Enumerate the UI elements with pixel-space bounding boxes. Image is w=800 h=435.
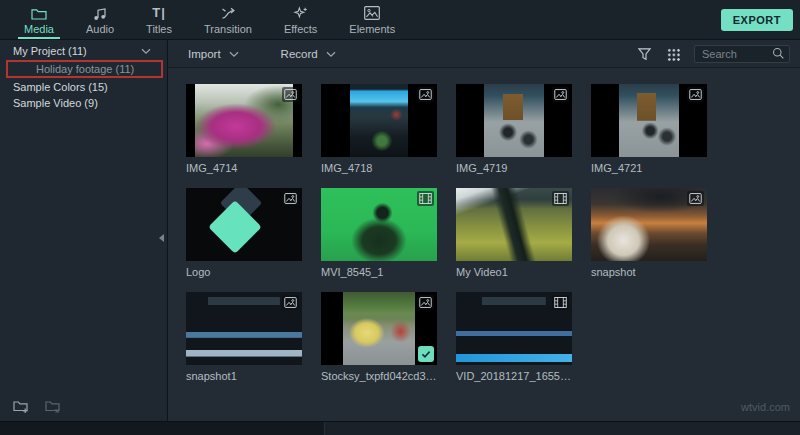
media-item-img-4719[interactable]: IMG_4719 bbox=[456, 84, 572, 174]
thumbnail bbox=[321, 292, 437, 365]
thumbnail-image bbox=[350, 84, 408, 157]
media-item-snapshot1[interactable]: snapshot1 bbox=[186, 292, 302, 382]
elements-icon bbox=[364, 5, 380, 21]
search-box[interactable] bbox=[694, 45, 790, 63]
media-item-label: Stocksy_txpfd042cd3EA... bbox=[321, 370, 437, 382]
filter-icon[interactable] bbox=[637, 47, 652, 61]
sidebar-footer bbox=[13, 399, 62, 414]
search-input[interactable] bbox=[702, 48, 772, 60]
tab-effects[interactable]: Effects bbox=[268, 0, 333, 39]
media-grid: IMG_4714 IMG_4718 IMG_4719 bbox=[168, 68, 748, 396]
media-item-label: My Video1 bbox=[456, 266, 572, 278]
transition-icon bbox=[220, 5, 236, 21]
media-item-my-video1[interactable]: My Video1 bbox=[456, 188, 572, 278]
chevron-down-icon[interactable] bbox=[141, 48, 151, 55]
media-item-snapshot[interactable]: snapshot bbox=[591, 188, 707, 278]
sidebar-item-label: My Project (11) bbox=[13, 45, 87, 57]
media-item-img-4721[interactable]: IMG_4721 bbox=[591, 84, 707, 174]
red-annotation-box: Holiday footage (11) bbox=[6, 60, 163, 78]
tab-elements[interactable]: Elements bbox=[333, 0, 411, 39]
titles-icon: T| bbox=[152, 5, 166, 21]
record-dropdown[interactable]: Record bbox=[281, 48, 336, 60]
timeline-strip-right bbox=[325, 422, 800, 435]
effects-icon bbox=[293, 5, 308, 21]
thumbnail bbox=[321, 188, 437, 261]
thumbnail bbox=[321, 84, 437, 157]
media-item-vid-20181217[interactable]: VID_20181217_165508 bbox=[456, 292, 572, 382]
media-item-logo[interactable]: Logo bbox=[186, 188, 302, 278]
tab-label: Effects bbox=[284, 23, 317, 35]
thumbnail-image bbox=[484, 84, 544, 157]
thumbnail bbox=[591, 188, 707, 261]
video-badge-icon bbox=[417, 191, 434, 206]
image-badge-icon bbox=[687, 191, 704, 206]
media-item-img-4718[interactable]: IMG_4718 bbox=[321, 84, 437, 174]
tab-label: Transition bbox=[204, 23, 252, 35]
media-item-mvi-8545-1[interactable]: MVI_8545_1 bbox=[321, 188, 437, 278]
media-library-panel: Import Record bbox=[168, 40, 800, 421]
tab-label: Titles bbox=[146, 23, 172, 35]
tab-label: Media bbox=[24, 23, 54, 35]
thumbnail bbox=[186, 84, 302, 157]
sidebar-item-label: Sample Video (9) bbox=[13, 97, 98, 109]
tab-transition[interactable]: Transition bbox=[188, 0, 268, 39]
collapse-panel-arrow-icon[interactable] bbox=[159, 234, 164, 242]
thumbnail bbox=[186, 188, 302, 261]
thumbnail bbox=[456, 84, 572, 157]
video-badge-icon bbox=[552, 191, 569, 206]
media-item-label: Logo bbox=[186, 266, 302, 278]
media-item-label: snapshot1 bbox=[186, 370, 302, 382]
toolbar-right-icons bbox=[637, 45, 790, 63]
thumbnail bbox=[591, 84, 707, 157]
media-item-img-4714[interactable]: IMG_4714 bbox=[186, 84, 302, 174]
image-badge-icon bbox=[552, 87, 569, 102]
import-label: Import bbox=[188, 48, 221, 60]
media-item-label: MVI_8545_1 bbox=[321, 266, 437, 278]
thumbnail-image bbox=[343, 292, 415, 365]
sidebar-item-sample-colors[interactable]: Sample Colors (15) bbox=[0, 79, 167, 95]
media-item-label: IMG_4719 bbox=[456, 162, 572, 174]
timeline-strip-left bbox=[0, 422, 325, 435]
tab-titles[interactable]: T| Titles bbox=[130, 0, 188, 39]
delete-folder-icon[interactable] bbox=[45, 399, 62, 414]
record-label: Record bbox=[281, 48, 318, 60]
export-button[interactable]: EXPORT bbox=[721, 9, 793, 31]
selected-check-icon bbox=[418, 346, 434, 362]
filmora-media-library-window: Media Audio T| Titles Transition Effects… bbox=[0, 0, 800, 435]
thumbnail bbox=[186, 292, 302, 365]
thumbnail bbox=[456, 188, 572, 261]
sidebar-item-sample-video[interactable]: Sample Video (9) bbox=[0, 95, 167, 111]
add-folder-icon[interactable] bbox=[13, 399, 30, 414]
search-icon[interactable] bbox=[772, 47, 785, 60]
tab-label: Elements bbox=[349, 23, 395, 35]
music-note-icon bbox=[92, 5, 108, 21]
sidebar-item-label: Sample Colors (15) bbox=[13, 81, 108, 93]
media-folder-sidebar: My Project (11) Holiday footage (11) Sam… bbox=[0, 40, 168, 421]
image-badge-icon bbox=[417, 295, 434, 310]
media-item-label: snapshot bbox=[591, 266, 707, 278]
media-item-label: IMG_4714 bbox=[186, 162, 302, 174]
tab-label: Audio bbox=[86, 23, 114, 35]
image-badge-icon bbox=[282, 87, 299, 102]
thumbnail-image bbox=[619, 84, 679, 157]
grid-view-icon[interactable] bbox=[666, 47, 680, 61]
media-item-stocksy[interactable]: Stocksy_txpfd042cd3EA... bbox=[321, 292, 437, 382]
import-dropdown[interactable]: Import bbox=[188, 48, 239, 60]
top-tab-bar: Media Audio T| Titles Transition Effects… bbox=[0, 0, 800, 40]
chevron-down-icon bbox=[229, 51, 239, 58]
thumbnail bbox=[456, 292, 572, 365]
sidebar-item-my-project[interactable]: My Project (11) bbox=[0, 43, 167, 59]
watermark-text: wtvid.com bbox=[741, 401, 790, 413]
sidebar-item-label: Holiday footage (11) bbox=[36, 63, 134, 75]
media-item-label: IMG_4718 bbox=[321, 162, 437, 174]
media-item-label: VID_20181217_165508 bbox=[456, 370, 572, 382]
image-badge-icon bbox=[282, 191, 299, 206]
image-badge-icon bbox=[687, 87, 704, 102]
tab-audio[interactable]: Audio bbox=[70, 0, 130, 39]
image-badge-icon bbox=[417, 87, 434, 102]
tab-media[interactable]: Media bbox=[8, 0, 70, 39]
chevron-down-icon bbox=[326, 51, 336, 58]
thumbnail-image bbox=[195, 84, 292, 157]
timeline-toolbar-strip bbox=[0, 421, 800, 435]
sidebar-item-holiday-footage[interactable]: Holiday footage (11) bbox=[8, 62, 161, 76]
